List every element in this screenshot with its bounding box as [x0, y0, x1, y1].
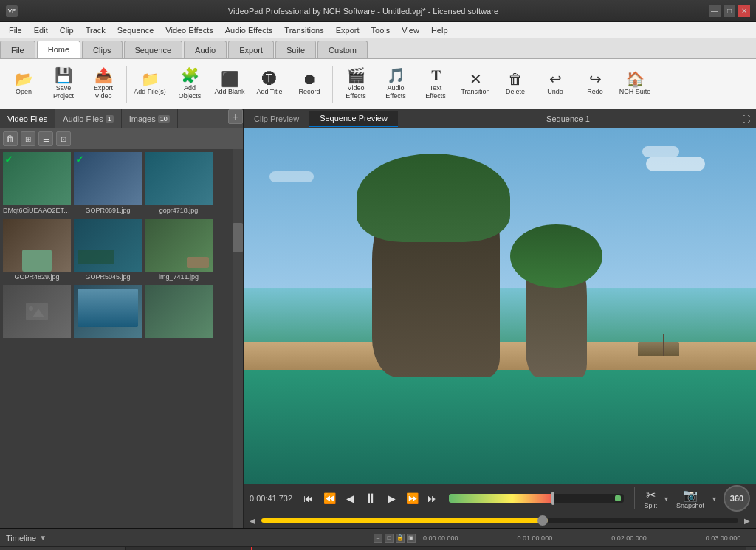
- menu-item-help[interactable]: Help: [425, 24, 454, 36]
- menu-item-edit[interactable]: Edit: [28, 24, 54, 36]
- video-effects-button[interactable]: 🎬Video Effects: [337, 63, 375, 106]
- list-item[interactable]: GOPR4829.jpg: [3, 219, 71, 282]
- list-item[interactable]: GOPR5045.jpg: [74, 219, 142, 282]
- media-item-name: DMqt6CiUEAAO2ET.jpg: [3, 205, 71, 216]
- tab-audio[interactable]: Audio: [184, 41, 227, 58]
- preview-tabs: Clip Preview Sequence Preview Sequence 1…: [244, 109, 756, 128]
- playhead[interactable]: [251, 547, 252, 550]
- media-tab-audio-files[interactable]: Audio Files 1: [55, 109, 121, 128]
- transition-button[interactable]: ✕Transition: [456, 63, 495, 106]
- 360-button[interactable]: 360: [724, 485, 750, 512]
- text-effects-icon: 𝐓: [431, 68, 441, 83]
- tab-custom[interactable]: Custom: [317, 41, 368, 58]
- window-title: VideoPad Professional by NCH Software - …: [18, 7, 709, 16]
- add-files-icon: 📁: [141, 72, 159, 86]
- split-dropdown[interactable]: ▾: [663, 487, 670, 509]
- prev-frame-button[interactable]: ⏪: [320, 489, 338, 507]
- open-icon: 📂: [15, 72, 33, 86]
- tab-home[interactable]: Home: [37, 41, 80, 58]
- go-start-button[interactable]: ⏮: [300, 489, 317, 507]
- ruler-mark-3: 0:03:00.000: [706, 534, 741, 542]
- tab-sequence-preview[interactable]: Sequence Preview: [309, 111, 398, 127]
- add-title-label: Add Title: [256, 88, 282, 96]
- add-title-button[interactable]: 🅣Add Title: [250, 63, 289, 106]
- list-item[interactable]: img_7411.jpg: [145, 219, 213, 282]
- tab-clip-preview[interactable]: Clip Preview: [244, 111, 309, 126]
- text-effects-button[interactable]: 𝐓Text Effects: [416, 63, 455, 106]
- menu-item-tools[interactable]: Tools: [365, 24, 396, 36]
- add-objects-button[interactable]: 🧩Add Objects: [171, 63, 209, 106]
- undo-button[interactable]: ↩Undo: [536, 63, 574, 106]
- media-tab-video-files[interactable]: Video Files: [0, 109, 55, 128]
- export-video-button[interactable]: 📤Export Video: [84, 63, 123, 106]
- list-item[interactable]: [74, 285, 142, 341]
- menu-item-track[interactable]: Track: [80, 24, 111, 36]
- open-button[interactable]: 📂Open: [4, 63, 43, 106]
- play-button[interactable]: ▶: [382, 489, 400, 507]
- minimize-button[interactable]: —: [709, 5, 721, 17]
- snapshot-button[interactable]: 📷 Snapshot: [676, 488, 704, 509]
- list-item[interactable]: ✓ GOPR0691.jpg: [74, 152, 142, 216]
- add-files-button[interactable]: 📁Add File(s): [131, 63, 169, 106]
- tracks-area: ↗ FX FX FX: [126, 547, 756, 550]
- menu-item-view[interactable]: View: [396, 24, 425, 36]
- timeline-ctrl-3[interactable]: 🔒: [396, 534, 405, 543]
- snapshot-dropdown[interactable]: ▾: [710, 487, 718, 509]
- progress-bar[interactable]: [261, 518, 738, 523]
- main-area: Video Files Audio Files 1 Images 10 + 🗑 …: [0, 109, 756, 528]
- tab-suite[interactable]: Suite: [275, 41, 316, 58]
- save-project-button[interactable]: 💾Save Project: [44, 63, 83, 106]
- close-button[interactable]: ✕: [738, 5, 750, 17]
- sequence-title: Sequence 1: [398, 114, 738, 123]
- timeline-ctrl-1[interactable]: –: [374, 534, 382, 543]
- volume-slider[interactable]: [449, 494, 624, 503]
- audio-effects-button[interactable]: 🎵Audio Effects: [377, 63, 415, 106]
- media-add-button[interactable]: +: [228, 109, 243, 124]
- tab-file[interactable]: File: [0, 41, 35, 58]
- menu-item-clip[interactable]: Clip: [54, 24, 80, 36]
- media-tab-images[interactable]: Images 10: [122, 109, 178, 128]
- rewind-button[interactable]: ◀: [341, 489, 359, 507]
- tab-clips[interactable]: Clips: [82, 41, 122, 58]
- menu-item-video-effects[interactable]: Video Effects: [159, 24, 219, 36]
- scrollbar-vertical[interactable]: [233, 149, 243, 528]
- fullscreen-icon[interactable]: ⛶: [738, 111, 753, 126]
- list-item[interactable]: gopr4718.jpg: [145, 152, 213, 216]
- media-delete-btn[interactable]: 🗑: [3, 131, 18, 146]
- delete-button[interactable]: 🗑Delete: [496, 63, 535, 106]
- list-item[interactable]: ✓ DMqt6CiUEAAO2ET.jpg: [3, 152, 71, 216]
- list-item[interactable]: [145, 285, 213, 341]
- export-video-icon: 📤: [94, 68, 113, 83]
- menu-item-export[interactable]: Export: [330, 24, 365, 36]
- tab-sequence[interactable]: Sequence: [124, 41, 183, 58]
- ruler-mark-1: 0:01:00.000: [518, 534, 553, 542]
- toolbar: 📂Open💾Save Project📤Export Video📁Add File…: [0, 59, 756, 109]
- tracks-scrollbar-v[interactable]: [746, 547, 756, 550]
- redo-button[interactable]: ↪Redo: [576, 63, 614, 106]
- next-frame-button[interactable]: ⏩: [403, 489, 421, 507]
- media-grid-view-btn[interactable]: ⊞: [21, 131, 35, 146]
- media-filter-btn[interactable]: ⊡: [56, 131, 71, 146]
- record-button[interactable]: ⏺Record: [290, 63, 329, 106]
- split-button[interactable]: ✂ Split: [644, 488, 657, 509]
- menu-item-audio-effects[interactable]: Audio Effects: [219, 24, 279, 36]
- pause-button[interactable]: ⏸: [362, 489, 379, 507]
- list-item[interactable]: [3, 285, 71, 341]
- toolbar-separator: [332, 66, 333, 103]
- go-end-button[interactable]: ⏭: [424, 489, 441, 507]
- nch-suite-button[interactable]: 🏠NCH Suite: [616, 63, 654, 106]
- menu-item-file[interactable]: File: [3, 24, 28, 36]
- media-list-view-btn[interactable]: ☰: [38, 131, 53, 146]
- timeline-ctrl-4[interactable]: ▣: [407, 534, 416, 543]
- ruler-mark-0: 0:00:00.000: [423, 534, 458, 542]
- tab-bar: FileHomeClipsSequenceAudioExportSuiteCus…: [0, 38, 756, 59]
- check-icon: ✓: [75, 154, 84, 165]
- tab-export[interactable]: Export: [228, 41, 274, 58]
- menu-item-sequence[interactable]: Sequence: [111, 24, 160, 36]
- audio-effects-icon: 🎵: [387, 68, 405, 83]
- nch-suite-icon: 🏠: [626, 72, 645, 86]
- add-blank-button[interactable]: ⬛Add Blank: [210, 63, 249, 106]
- timeline-ctrl-2[interactable]: □: [385, 534, 394, 543]
- menu-item-transitions[interactable]: Transitions: [278, 24, 329, 36]
- maximize-button[interactable]: □: [724, 5, 735, 17]
